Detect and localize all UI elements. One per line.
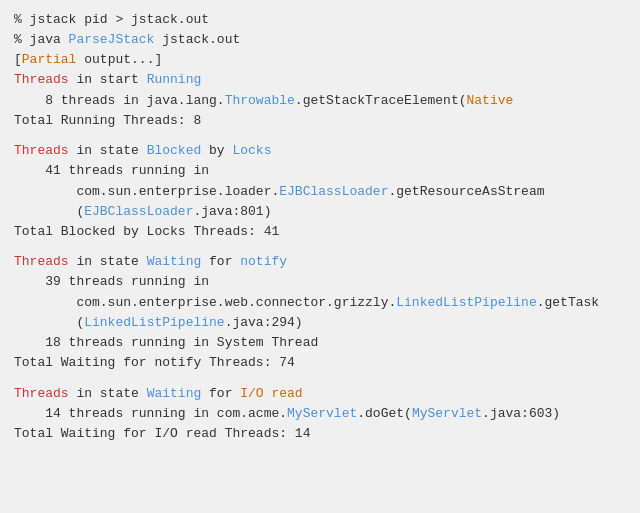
code-segment: Throwable	[225, 93, 295, 108]
code-segment: MyServlet	[287, 406, 357, 421]
code-segment: in start	[69, 72, 147, 87]
code-segment: (	[14, 204, 84, 219]
code-segment: com.sun.enterprise.web.connector.grizzly…	[14, 295, 396, 310]
code-segment: Threads	[14, 143, 69, 158]
code-segment: .getStackTraceElement(	[295, 93, 467, 108]
code-segment: 18 threads running in System Thread	[14, 335, 318, 350]
code-line: 8 threads in java.lang.Throwable.getStac…	[14, 91, 626, 111]
code-segment: Waiting	[147, 386, 202, 401]
code-segment: EJBClassLoader	[279, 184, 388, 199]
code-segment: Total Waiting for I/O read Threads: 14	[14, 426, 310, 441]
code-line: 18 threads running in System Thread	[14, 333, 626, 353]
code-segment: .java:801)	[193, 204, 271, 219]
code-segment: EJBClassLoader	[84, 204, 193, 219]
code-line: Total Running Threads: 8	[14, 111, 626, 131]
code-segment: % java	[14, 32, 69, 47]
code-segment: jstack.out	[154, 32, 240, 47]
code-line: 41 threads running in	[14, 161, 626, 181]
code-segment: notify	[240, 254, 287, 269]
code-line: Total Blocked by Locks Threads: 41	[14, 222, 626, 242]
code-segment: output...]	[76, 52, 162, 67]
code-segment: .getTask	[537, 295, 599, 310]
code-line: Threads in state Waiting for notify	[14, 252, 626, 272]
code-segment: Running	[147, 72, 202, 87]
code-segment: Partial	[22, 52, 77, 67]
code-segment: Total Running Threads: 8	[14, 113, 201, 128]
blank-line	[14, 131, 626, 141]
code-line: Threads in state Waiting for I/O read	[14, 384, 626, 404]
code-segment: Waiting	[147, 254, 202, 269]
code-segment: in state	[69, 386, 147, 401]
code-segment: I/O read	[240, 386, 302, 401]
code-segment: MyServlet	[412, 406, 482, 421]
code-segment: .java:603)	[482, 406, 560, 421]
code-segment: Threads	[14, 254, 69, 269]
code-segment: Native	[467, 93, 514, 108]
blank-line	[14, 373, 626, 383]
code-segment: Locks	[232, 143, 271, 158]
code-segment: by	[201, 143, 232, 158]
code-segment: .getResourceAsStream	[388, 184, 544, 199]
code-segment: 41 threads running in	[14, 163, 209, 178]
code-segment: Blocked	[147, 143, 202, 158]
code-segment: LinkedListPipeline	[84, 315, 224, 330]
code-line: Total Waiting for I/O read Threads: 14	[14, 424, 626, 444]
code-segment: Threads	[14, 386, 69, 401]
code-segment: 39 threads running in	[14, 274, 209, 289]
code-line: [Partial output...]	[14, 50, 626, 70]
code-segment: % jstack pid > jstack.out	[14, 12, 209, 27]
code-line: Threads in start Running	[14, 70, 626, 90]
code-segment: [	[14, 52, 22, 67]
code-segment: Threads	[14, 72, 69, 87]
code-line: com.sun.enterprise.web.connector.grizzly…	[14, 293, 626, 313]
code-segment: 8 threads in java.lang.	[14, 93, 225, 108]
code-segment: Total Waiting for notify Threads: 74	[14, 355, 295, 370]
code-segment: .java:294)	[225, 315, 303, 330]
code-segment: in state	[69, 143, 147, 158]
code-segment: LinkedListPipeline	[396, 295, 536, 310]
code-segment: .doGet(	[357, 406, 412, 421]
code-segment: com.sun.enterprise.loader.	[14, 184, 279, 199]
code-line: (EJBClassLoader.java:801)	[14, 202, 626, 222]
code-segment: (	[14, 315, 84, 330]
code-line: Total Waiting for notify Threads: 74	[14, 353, 626, 373]
code-line: 14 threads running in com.acme.MyServlet…	[14, 404, 626, 424]
code-segment: in state	[69, 254, 147, 269]
blank-line	[14, 242, 626, 252]
code-line: % java ParseJStack jstack.out	[14, 30, 626, 50]
code-line: Threads in state Blocked by Locks	[14, 141, 626, 161]
code-segment: Total Blocked by Locks Threads: 41	[14, 224, 279, 239]
code-line: 39 threads running in	[14, 272, 626, 292]
code-line: (LinkedListPipeline.java:294)	[14, 313, 626, 333]
code-segment: ParseJStack	[69, 32, 155, 47]
code-segment: 14 threads running in com.acme.	[14, 406, 287, 421]
code-line: com.sun.enterprise.loader.EJBClassLoader…	[14, 182, 626, 202]
code-segment: for	[201, 386, 240, 401]
code-segment: for	[201, 254, 240, 269]
code-line: % jstack pid > jstack.out	[14, 10, 626, 30]
code-output: % jstack pid > jstack.out% java ParseJSt…	[14, 10, 626, 444]
